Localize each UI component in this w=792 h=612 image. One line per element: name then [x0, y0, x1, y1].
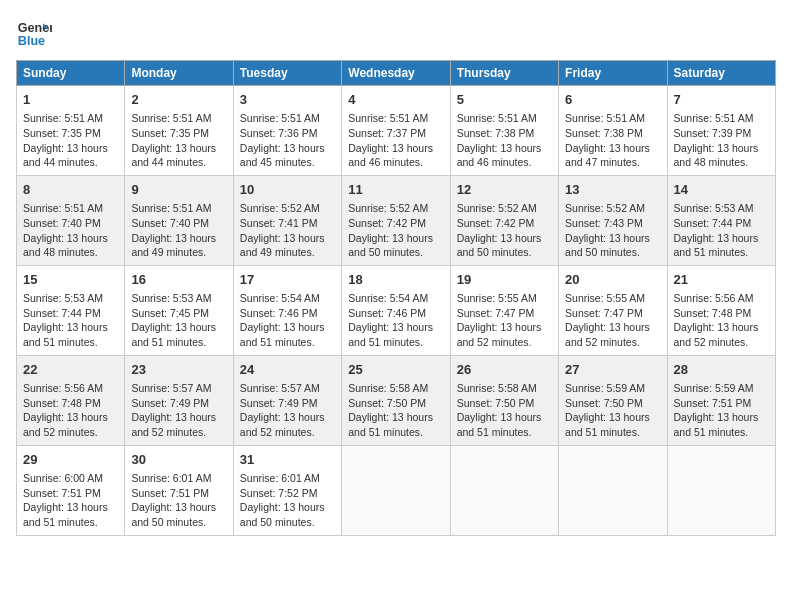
- calendar-cell: [667, 445, 775, 535]
- day-info-line: and 52 minutes.: [240, 425, 335, 440]
- day-info-line: Sunset: 7:41 PM: [240, 216, 335, 231]
- day-info-line: Sunset: 7:38 PM: [565, 126, 660, 141]
- day-info-line: Sunrise: 5:55 AM: [565, 291, 660, 306]
- weekday-tuesday: Tuesday: [233, 61, 341, 86]
- day-info-line: and 51 minutes.: [348, 425, 443, 440]
- day-info-line: Sunrise: 5:53 AM: [674, 201, 769, 216]
- day-info-line: Sunset: 7:49 PM: [131, 396, 226, 411]
- day-info-line: Sunset: 7:51 PM: [23, 486, 118, 501]
- day-info-line: Daylight: 13 hours: [348, 320, 443, 335]
- day-info-line: Sunrise: 5:54 AM: [348, 291, 443, 306]
- day-info-line: Sunset: 7:36 PM: [240, 126, 335, 141]
- day-info-line: and 51 minutes.: [565, 425, 660, 440]
- day-info-line: and 44 minutes.: [131, 155, 226, 170]
- calendar-cell: 12Sunrise: 5:52 AMSunset: 7:42 PMDayligh…: [450, 175, 558, 265]
- day-info-line: and 45 minutes.: [240, 155, 335, 170]
- day-info-line: Sunset: 7:49 PM: [240, 396, 335, 411]
- calendar-body: 1Sunrise: 5:51 AMSunset: 7:35 PMDaylight…: [17, 86, 776, 536]
- day-number: 31: [240, 451, 335, 469]
- day-info-line: Sunset: 7:48 PM: [674, 306, 769, 321]
- weekday-monday: Monday: [125, 61, 233, 86]
- day-number: 1: [23, 91, 118, 109]
- day-number: 14: [674, 181, 769, 199]
- day-info-line: Sunset: 7:46 PM: [348, 306, 443, 321]
- day-info-line: and 50 minutes.: [457, 245, 552, 260]
- week-row-1: 1Sunrise: 5:51 AMSunset: 7:35 PMDaylight…: [17, 86, 776, 176]
- week-row-3: 15Sunrise: 5:53 AMSunset: 7:44 PMDayligh…: [17, 265, 776, 355]
- day-info-line: and 50 minutes.: [348, 245, 443, 260]
- calendar-cell: 16Sunrise: 5:53 AMSunset: 7:45 PMDayligh…: [125, 265, 233, 355]
- day-info-line: Sunset: 7:46 PM: [240, 306, 335, 321]
- calendar-cell: 4Sunrise: 5:51 AMSunset: 7:37 PMDaylight…: [342, 86, 450, 176]
- day-info-line: Sunset: 7:50 PM: [457, 396, 552, 411]
- day-info-line: Daylight: 13 hours: [23, 141, 118, 156]
- weekday-friday: Friday: [559, 61, 667, 86]
- day-info-line: Sunrise: 5:51 AM: [131, 111, 226, 126]
- day-info-line: Sunset: 7:43 PM: [565, 216, 660, 231]
- week-row-4: 22Sunrise: 5:56 AMSunset: 7:48 PMDayligh…: [17, 355, 776, 445]
- day-info-line: and 51 minutes.: [674, 425, 769, 440]
- day-number: 23: [131, 361, 226, 379]
- day-info-line: and 48 minutes.: [674, 155, 769, 170]
- day-number: 4: [348, 91, 443, 109]
- day-info-line: Daylight: 13 hours: [131, 141, 226, 156]
- day-info-line: Daylight: 13 hours: [674, 141, 769, 156]
- calendar-cell: [559, 445, 667, 535]
- day-info-line: Daylight: 13 hours: [457, 231, 552, 246]
- day-info-line: Sunrise: 5:51 AM: [23, 201, 118, 216]
- day-info-line: and 49 minutes.: [131, 245, 226, 260]
- day-info-line: and 49 minutes.: [240, 245, 335, 260]
- day-info-line: and 51 minutes.: [23, 335, 118, 350]
- day-info-line: Sunrise: 5:52 AM: [240, 201, 335, 216]
- weekday-wednesday: Wednesday: [342, 61, 450, 86]
- day-number: 12: [457, 181, 552, 199]
- logo-icon: General Blue: [16, 16, 52, 52]
- calendar-cell: 31Sunrise: 6:01 AMSunset: 7:52 PMDayligh…: [233, 445, 341, 535]
- day-number: 2: [131, 91, 226, 109]
- day-number: 10: [240, 181, 335, 199]
- day-number: 29: [23, 451, 118, 469]
- day-info-line: and 52 minutes.: [565, 335, 660, 350]
- calendar-cell: 15Sunrise: 5:53 AMSunset: 7:44 PMDayligh…: [17, 265, 125, 355]
- day-info-line: Daylight: 13 hours: [674, 320, 769, 335]
- day-info-line: Daylight: 13 hours: [348, 231, 443, 246]
- calendar-cell: 7Sunrise: 5:51 AMSunset: 7:39 PMDaylight…: [667, 86, 775, 176]
- day-info-line: Daylight: 13 hours: [240, 231, 335, 246]
- day-number: 28: [674, 361, 769, 379]
- calendar-cell: 27Sunrise: 5:59 AMSunset: 7:50 PMDayligh…: [559, 355, 667, 445]
- day-info-line: Sunset: 7:35 PM: [131, 126, 226, 141]
- calendar-cell: 13Sunrise: 5:52 AMSunset: 7:43 PMDayligh…: [559, 175, 667, 265]
- day-info-line: Daylight: 13 hours: [565, 141, 660, 156]
- day-info-line: Sunset: 7:51 PM: [131, 486, 226, 501]
- day-info-line: Sunrise: 6:00 AM: [23, 471, 118, 486]
- day-info-line: Daylight: 13 hours: [131, 320, 226, 335]
- day-info-line: Daylight: 13 hours: [131, 231, 226, 246]
- calendar-cell: 20Sunrise: 5:55 AMSunset: 7:47 PMDayligh…: [559, 265, 667, 355]
- day-info-line: Daylight: 13 hours: [565, 320, 660, 335]
- day-info-line: Sunrise: 5:51 AM: [674, 111, 769, 126]
- day-info-line: and 51 minutes.: [674, 245, 769, 260]
- day-info-line: Sunset: 7:47 PM: [457, 306, 552, 321]
- calendar-cell: 8Sunrise: 5:51 AMSunset: 7:40 PMDaylight…: [17, 175, 125, 265]
- weekday-thursday: Thursday: [450, 61, 558, 86]
- calendar-cell: 29Sunrise: 6:00 AMSunset: 7:51 PMDayligh…: [17, 445, 125, 535]
- day-info-line: Sunset: 7:50 PM: [565, 396, 660, 411]
- day-info-line: Sunrise: 5:53 AM: [131, 291, 226, 306]
- day-info-line: Daylight: 13 hours: [131, 410, 226, 425]
- day-info-line: Sunset: 7:47 PM: [565, 306, 660, 321]
- day-info-line: Daylight: 13 hours: [348, 410, 443, 425]
- day-info-line: Sunrise: 5:52 AM: [348, 201, 443, 216]
- calendar-cell: [342, 445, 450, 535]
- day-number: 3: [240, 91, 335, 109]
- day-info-line: Sunrise: 5:51 AM: [348, 111, 443, 126]
- day-info-line: and 52 minutes.: [23, 425, 118, 440]
- day-info-line: and 47 minutes.: [565, 155, 660, 170]
- day-number: 27: [565, 361, 660, 379]
- day-info-line: Sunset: 7:44 PM: [674, 216, 769, 231]
- day-number: 17: [240, 271, 335, 289]
- calendar-cell: 21Sunrise: 5:56 AMSunset: 7:48 PMDayligh…: [667, 265, 775, 355]
- day-info-line: Sunset: 7:40 PM: [23, 216, 118, 231]
- day-info-line: Sunrise: 5:53 AM: [23, 291, 118, 306]
- calendar-cell: 23Sunrise: 5:57 AMSunset: 7:49 PMDayligh…: [125, 355, 233, 445]
- day-info-line: Sunrise: 5:52 AM: [457, 201, 552, 216]
